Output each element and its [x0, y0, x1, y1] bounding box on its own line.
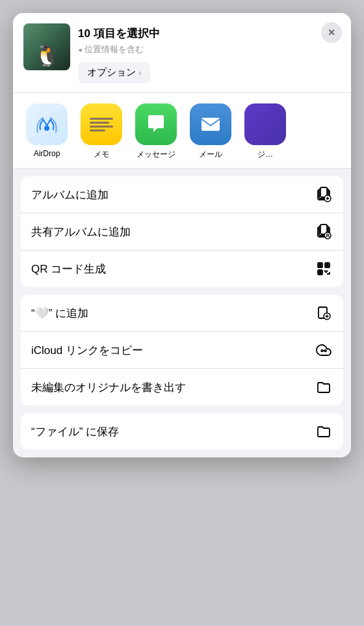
partial-app-icon	[244, 103, 286, 145]
location-subtitle: ◂ 位置情報を含む	[78, 44, 341, 55]
folder2-icon	[315, 422, 333, 441]
share-sheet: 🐧 10 項目を選択中 ◂ 位置情報を含む オプション › ✕	[13, 13, 351, 457]
save-files-item[interactable]: “ファイル” に保存	[21, 413, 343, 450]
export-original-label: 未編集のオリジナルを書き出す	[31, 380, 186, 395]
album-shared-icon	[315, 223, 333, 241]
app-item-messages[interactable]: メッセージ	[130, 103, 182, 160]
mail-icon	[190, 103, 231, 145]
airdrop-icon	[26, 103, 68, 145]
svg-point-0	[44, 126, 49, 131]
airdrop-label: AirDrop	[34, 149, 60, 158]
add-shared-album-item[interactable]: 共有アルバムに追加	[21, 213, 343, 251]
header-info: 10 項目を選択中 ◂ 位置情報を含む オプション ›	[78, 23, 341, 83]
svg-rect-1	[202, 118, 220, 131]
notes-label: メモ	[94, 149, 109, 160]
options-button[interactable]: オプション ›	[78, 62, 150, 83]
app-item-mail[interactable]: メール	[185, 103, 237, 160]
add-album-item[interactable]: アルバムに追加	[21, 176, 343, 213]
svg-rect-18	[319, 271, 321, 273]
qr-code-item[interactable]: QR コード生成	[21, 251, 343, 287]
partial-label: ジ…	[257, 149, 273, 160]
app-item-partial[interactable]: ジ…	[239, 103, 291, 160]
messages-icon	[135, 103, 177, 145]
icloud-copy-item[interactable]: iCloud リンクをコピー	[21, 332, 343, 369]
qr-code-label: QR コード生成	[31, 262, 106, 277]
photo-thumbnail: 🐧	[23, 23, 70, 70]
messages-label: メッセージ	[136, 149, 176, 160]
apps-section: AirDrop メモ	[13, 93, 351, 169]
folder-icon	[315, 378, 333, 396]
close-button[interactable]: ✕	[321, 22, 342, 43]
chevron-icon: ›	[138, 68, 141, 77]
notes-icon	[81, 103, 122, 145]
selection-title: 10 項目を選択中	[78, 26, 341, 41]
cloud-link-icon	[315, 341, 333, 359]
add-favorites-label: “🤍” に追加	[31, 306, 88, 321]
qr-icon	[315, 260, 333, 278]
mail-label: メール	[199, 149, 222, 160]
svg-rect-14	[319, 264, 321, 266]
app-item-airdrop[interactable]: AirDrop	[21, 103, 73, 160]
apps-row: AirDrop メモ	[18, 103, 346, 160]
tablet-add-icon	[315, 304, 333, 322]
add-album-label: アルバムに追加	[31, 187, 109, 202]
add-shared-album-label: 共有アルバムに追加	[31, 225, 131, 239]
sheet-header: 🐧 10 項目を選択中 ◂ 位置情報を含む オプション › ✕	[13, 13, 351, 93]
album-add-icon	[315, 185, 333, 204]
action-group-3: “ファイル” に保存	[21, 413, 343, 450]
svg-rect-16	[326, 264, 328, 266]
action-group-1: アルバムに追加 共有アルバムに追加	[21, 176, 343, 287]
save-files-label: “ファイル” に保存	[31, 424, 119, 439]
export-original-item[interactable]: 未編集のオリジナルを書き出す	[21, 369, 343, 405]
icloud-copy-label: iCloud リンクをコピー	[31, 343, 143, 358]
location-icon: ◂	[78, 46, 82, 54]
app-item-notes[interactable]: メモ	[75, 103, 127, 160]
add-favorites-item[interactable]: “🤍” に追加	[21, 295, 343, 332]
action-group-2: “🤍” に追加 iCloud リンクをコピー	[21, 295, 343, 405]
